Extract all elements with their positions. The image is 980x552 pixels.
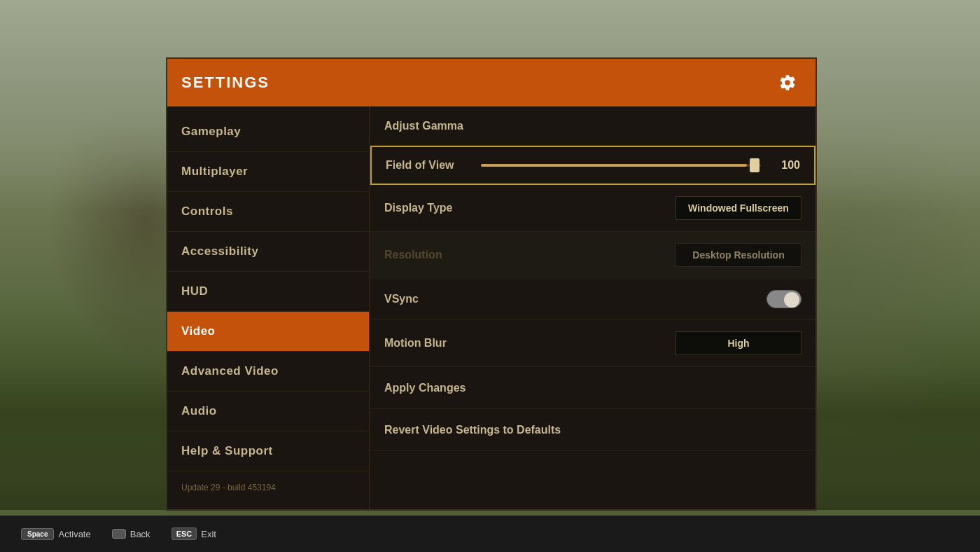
slider-track	[481, 164, 761, 167]
sidebar-item-controls[interactable]: Controls	[167, 192, 369, 232]
apply-changes-label: Apply Changes	[384, 382, 465, 394]
hint-exit: ESC Exit	[172, 527, 216, 540]
adjust-gamma-row[interactable]: Adjust Gamma	[370, 106, 816, 146]
settings-modal: SETTINGS Gameplay Multiplayer Controls A…	[166, 57, 817, 511]
hint-activate: Space Activate	[21, 528, 91, 540]
sidebar: Gameplay Multiplayer Controls Accessibil…	[167, 106, 370, 509]
vsync-toggle-container	[760, 290, 802, 308]
hint-back: Back	[112, 529, 150, 539]
revert-defaults-row[interactable]: Revert Video Settings to Defaults	[370, 409, 816, 451]
display-type-row[interactable]: Display Type Windowed Fullscreen	[370, 185, 816, 232]
resolution-label: Resolution	[384, 249, 676, 261]
motion-blur-value[interactable]: High	[676, 331, 802, 355]
slider-thumb[interactable]	[750, 158, 760, 172]
sidebar-item-audio[interactable]: Audio	[167, 392, 369, 432]
display-type-value[interactable]: Windowed Fullscreen	[676, 196, 802, 220]
version-label: Update 29 - build 453194	[167, 471, 369, 504]
back-label: Back	[130, 529, 150, 539]
gear-icon	[778, 74, 797, 92]
exit-label: Exit	[201, 529, 216, 539]
sidebar-item-multiplayer[interactable]: Multiplayer	[167, 152, 369, 192]
esc-key-badge: ESC	[172, 527, 197, 540]
activate-label: Activate	[58, 529, 90, 539]
space-key-badge: Space	[21, 528, 54, 540]
revert-defaults-label: Revert Video Settings to Defaults	[384, 424, 561, 436]
display-type-label: Display Type	[384, 202, 676, 214]
sidebar-item-accessibility[interactable]: Accessibility	[167, 232, 369, 272]
controller-b-icon	[112, 529, 126, 539]
settings-content: Adjust Gamma Field of View 100 Display T…	[370, 106, 816, 509]
toggle-knob	[784, 292, 799, 308]
sidebar-item-video[interactable]: Video	[167, 312, 369, 352]
motion-blur-row[interactable]: Motion Blur High	[370, 320, 816, 367]
settings-header: SETTINGS	[167, 59, 816, 106]
fov-row: Field of View 100	[370, 146, 816, 185]
settings-body: Gameplay Multiplayer Controls Accessibil…	[167, 106, 816, 509]
sidebar-item-help-support[interactable]: Help & Support	[167, 432, 369, 471]
motion-blur-label: Motion Blur	[384, 337, 676, 350]
resolution-row: Resolution Desktop Resolution	[370, 232, 816, 279]
resolution-value: Desktop Resolution	[676, 243, 802, 267]
bottom-bar: Space Activate Back ESC Exit	[0, 516, 980, 552]
fov-label: Field of View	[386, 159, 470, 172]
settings-title: SETTINGS	[181, 74, 270, 92]
vsync-row: VSync	[370, 279, 816, 320]
sidebar-item-hud[interactable]: HUD	[167, 272, 369, 312]
vsync-label: VSync	[384, 293, 760, 305]
vsync-toggle[interactable]	[766, 290, 802, 308]
fov-slider[interactable]	[481, 158, 761, 172]
gear-button[interactable]	[774, 69, 802, 97]
sidebar-item-advanced-video[interactable]: Advanced Video	[167, 352, 369, 392]
adjust-gamma-label: Adjust Gamma	[384, 120, 802, 132]
sidebar-item-gameplay[interactable]: Gameplay	[167, 112, 369, 152]
slider-fill	[481, 164, 747, 167]
fov-value: 100	[772, 159, 800, 172]
apply-changes-row[interactable]: Apply Changes	[370, 367, 816, 409]
